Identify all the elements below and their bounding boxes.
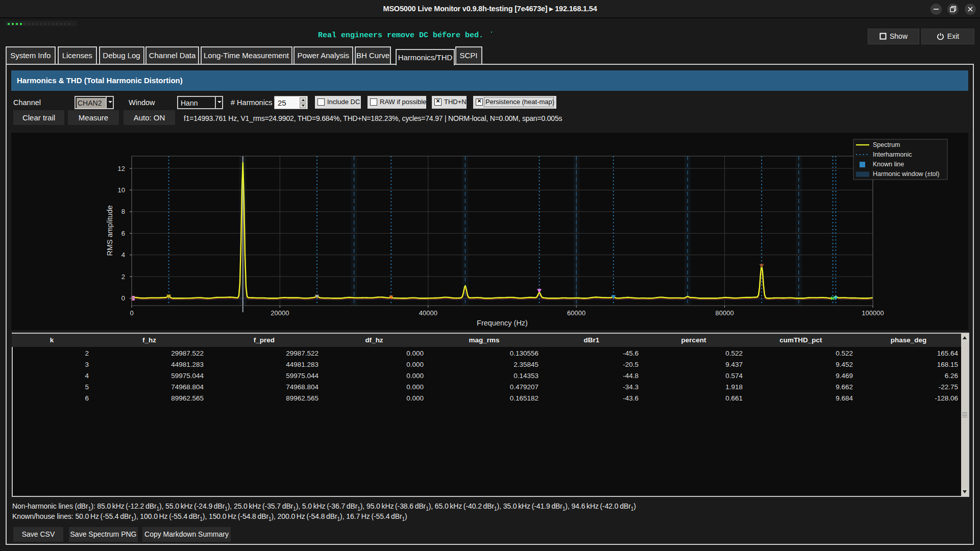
svg-text:2: 2 [121,273,125,281]
svg-text:80000: 80000 [716,309,734,317]
svg-text:6: 6 [121,230,125,237]
svg-text:4: 4 [121,251,125,259]
svg-text:20000: 20000 [271,309,289,317]
svg-text:8: 8 [121,208,125,215]
svg-text:40000: 40000 [419,309,437,317]
svg-text:Interharmonic: Interharmonic [873,151,912,158]
svg-text:Harmonic window (±tol): Harmonic window (±tol) [873,170,940,178]
svg-text:Frequency (Hz): Frequency (Hz) [477,319,528,327]
svg-text:Spectrum: Spectrum [873,141,900,148]
svg-text:Known line: Known line [873,161,904,168]
svg-text:RMS amplitude: RMS amplitude [106,205,114,256]
svg-text:12: 12 [118,165,125,172]
svg-text:10: 10 [118,186,125,194]
svg-text:0: 0 [130,309,133,317]
svg-text:100000: 100000 [862,309,884,317]
svg-text:0: 0 [121,294,125,302]
svg-text:60000: 60000 [567,309,585,317]
